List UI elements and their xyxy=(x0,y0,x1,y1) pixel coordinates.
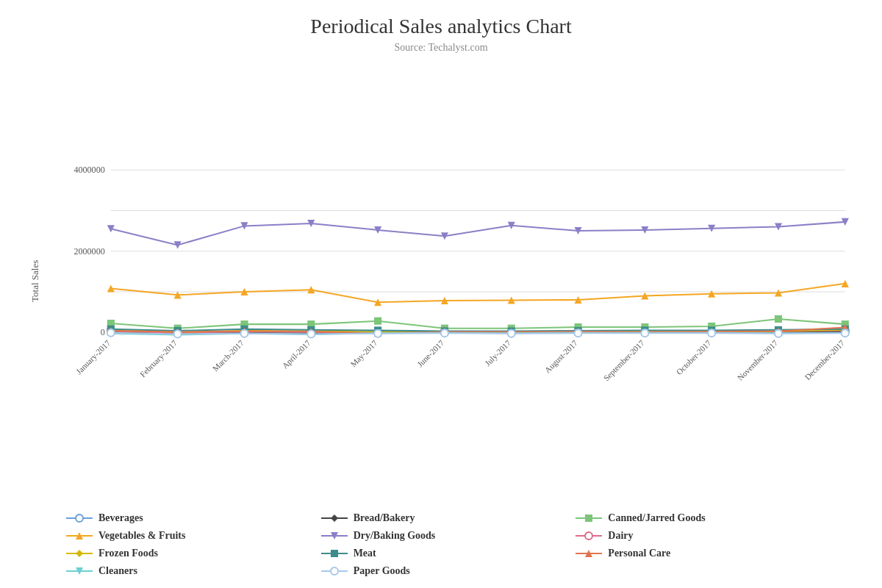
svg-text:February-2017: February-2017 xyxy=(138,338,179,379)
svg-point-144 xyxy=(307,330,315,337)
svg-point-151 xyxy=(775,330,782,337)
legend-icon xyxy=(66,531,93,540)
legend-icon xyxy=(321,549,348,558)
legend-label: Personal Care xyxy=(608,548,670,559)
legend-label: Dairy xyxy=(608,530,633,542)
svg-marker-156 xyxy=(331,514,338,522)
legend-label: Canned/Jarred Goods xyxy=(608,512,705,524)
svg-rect-49 xyxy=(374,318,381,325)
legend-item: Beverages xyxy=(66,512,306,524)
svg-rect-158 xyxy=(585,514,592,522)
legend-icon xyxy=(576,549,602,558)
svg-rect-168 xyxy=(331,550,338,557)
legend-label: Beverages xyxy=(98,512,143,524)
legend-item: Canned/Jarred Goods xyxy=(576,512,816,524)
chart-area: Total Sales 020000004000000January-2017F… xyxy=(22,61,860,501)
svg-point-145 xyxy=(374,330,381,337)
svg-text:2000000: 2000000 xyxy=(74,246,104,257)
svg-marker-166 xyxy=(76,550,83,557)
legend-icon xyxy=(66,567,93,576)
svg-point-147 xyxy=(508,330,515,337)
legend-icon xyxy=(66,514,93,523)
chart-container: Periodical Sales analytics Chart Source:… xyxy=(0,0,882,588)
chart-title: Periodical Sales analytics Chart xyxy=(310,15,571,38)
legend-label: Cleaners xyxy=(98,565,137,577)
legend-label: Paper Goods xyxy=(354,565,410,577)
svg-text:January-2017: January-2017 xyxy=(74,338,112,376)
svg-text:May-2017: May-2017 xyxy=(348,338,379,368)
svg-text:October-2017: October-2017 xyxy=(675,338,713,376)
svg-point-142 xyxy=(174,330,182,337)
svg-text:0: 0 xyxy=(101,327,105,337)
legend-item: Meat xyxy=(321,548,562,559)
svg-point-152 xyxy=(842,329,849,337)
legend-label: Vegetables & Fruits xyxy=(98,530,185,542)
legend-item: Dry/Baking Goods xyxy=(321,530,562,542)
legend-item: Vegetables & Fruits xyxy=(66,530,306,542)
legend-item: Frozen Foods xyxy=(66,548,306,559)
legend-label: Meat xyxy=(354,548,376,559)
legend-icon xyxy=(576,531,602,540)
y-axis-label: Total Sales xyxy=(22,61,44,501)
legend-icon xyxy=(321,531,348,540)
main-chart-svg: 020000004000000January-2017February-2017… xyxy=(44,61,860,501)
legend-item: Personal Care xyxy=(576,548,816,559)
legend-area: BeveragesBread/BakeryCanned/Jarred Goods… xyxy=(22,501,860,581)
legend-icon xyxy=(321,514,348,523)
chart-plot-area: 020000004000000January-2017February-2017… xyxy=(44,61,860,501)
legend-label: Frozen Foods xyxy=(98,548,158,559)
svg-text:September-2017: September-2017 xyxy=(602,338,646,382)
svg-point-150 xyxy=(708,329,715,337)
svg-container: 020000004000000January-2017February-2017… xyxy=(44,61,860,501)
chart-source: Source: Techalyst.com xyxy=(394,42,487,54)
svg-text:April-2017: April-2017 xyxy=(280,338,312,370)
svg-point-141 xyxy=(107,329,115,337)
svg-point-149 xyxy=(641,329,648,337)
legend-item: Paper Goods xyxy=(321,565,562,577)
svg-point-146 xyxy=(441,329,448,337)
svg-text:March-2017: March-2017 xyxy=(211,338,246,373)
svg-text:August-2017: August-2017 xyxy=(543,338,580,375)
legend-label: Bread/Bakery xyxy=(354,512,415,524)
legend-item: Dairy xyxy=(576,530,816,542)
svg-point-148 xyxy=(575,329,582,337)
svg-text:December-2017: December-2017 xyxy=(803,338,846,381)
svg-point-164 xyxy=(585,532,592,539)
svg-point-154 xyxy=(76,514,83,522)
svg-point-143 xyxy=(240,330,248,337)
svg-point-174 xyxy=(331,567,338,575)
svg-text:June-2017: June-2017 xyxy=(415,338,445,368)
legend-icon xyxy=(66,549,93,558)
svg-text:July-2017: July-2017 xyxy=(483,338,512,368)
legend-icon xyxy=(321,567,348,576)
svg-text:4000000: 4000000 xyxy=(74,165,104,175)
legend-icon xyxy=(576,514,602,523)
svg-text:November-2017: November-2017 xyxy=(736,338,780,382)
legend-item: Bread/Bakery xyxy=(321,512,562,524)
legend-item: Cleaners xyxy=(66,565,306,577)
svg-rect-55 xyxy=(775,315,782,323)
legend-label: Dry/Baking Goods xyxy=(354,530,436,542)
